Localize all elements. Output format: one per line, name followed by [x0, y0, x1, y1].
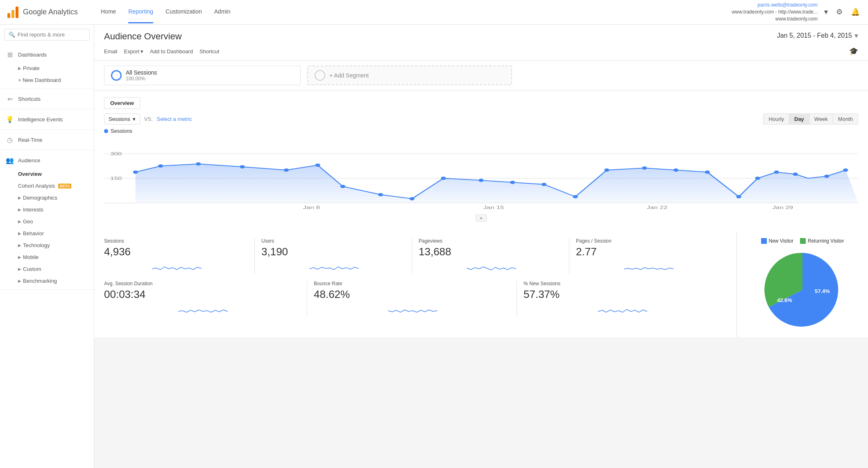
svg-text:Jan 29: Jan 29: [773, 205, 793, 210]
sidebar-item-dashboards[interactable]: ⊞ Dashboards: [0, 47, 94, 62]
svg-point-21: [573, 195, 578, 198]
svg-point-8: [133, 170, 138, 174]
sidebar-dashboards-label: Dashboards: [18, 52, 47, 58]
metric-duration-value: 00:03:34: [104, 288, 302, 301]
svg-text:Jan 15: Jan 15: [483, 205, 504, 210]
svg-text:Jan 22: Jan 22: [647, 205, 668, 210]
sidebar-item-shortcuts[interactable]: ⇐ Shortcuts: [0, 91, 94, 107]
svg-text:300: 300: [110, 151, 122, 156]
export-dropdown-icon: ▾: [141, 48, 143, 55]
add-to-dashboard-button[interactable]: Add to Dashboard: [150, 47, 193, 56]
metric-new-sessions-value: 57.37%: [524, 288, 722, 301]
svg-point-26: [736, 195, 741, 198]
nav-customization[interactable]: Customization: [165, 1, 202, 23]
overview-tab[interactable]: Overview: [104, 97, 140, 109]
nav-admin[interactable]: Admin: [214, 1, 231, 23]
segment-info: All Sessions 100.00%: [126, 69, 157, 82]
nav-home[interactable]: Home: [101, 1, 116, 23]
sidebar-item-demographics[interactable]: ▶ Demographics: [0, 192, 94, 204]
user-domain1: www.tradeonly.com - http://www.trade...: [732, 9, 818, 16]
date-range[interactable]: Jan 5, 2015 - Feb 4, 2015 ▾: [777, 31, 858, 40]
chart-expand-button[interactable]: ▾: [476, 214, 487, 222]
metric-dropdown[interactable]: Sessions ▾: [104, 114, 140, 125]
svg-point-28: [774, 170, 779, 174]
segments-bar: All Sessions 100.00% + Add Segment: [94, 61, 868, 91]
user-email[interactable]: parris.wells@tradeonly.com: [732, 2, 818, 9]
metrics-section: Sessions 4,936 Users 3,190: [94, 232, 868, 337]
select-metric-link[interactable]: Select a metric: [157, 116, 192, 122]
search-input[interactable]: [18, 32, 85, 38]
sidebar-item-technology[interactable]: ▶ Technology: [0, 239, 94, 251]
search-icon: 🔍: [9, 32, 15, 38]
beta-badge: BETA: [58, 184, 71, 189]
notifications-button[interactable]: 🔔: [849, 6, 861, 18]
sidebar-item-interests[interactable]: ▶ Interests: [0, 204, 94, 216]
svg-point-19: [510, 181, 515, 184]
sidebar-item-private[interactable]: ▶ Private: [0, 62, 94, 74]
sidebar-intelligence-section: 💡 Intelligence Events: [0, 109, 94, 130]
sessions-legend-label: Sessions: [111, 128, 132, 134]
metric-selector: Sessions ▾ VS. Select a metric: [104, 114, 192, 125]
header-top: Audience Overview Jan 5, 2015 - Feb 4, 2…: [104, 31, 858, 42]
svg-point-24: [673, 168, 678, 172]
sidebar-item-audience[interactable]: 👥 Audience: [0, 153, 94, 168]
segment-circle: [111, 70, 122, 81]
metric-pages-per-session: Pages / Session 2.77: [576, 238, 727, 274]
chevron-behavior-icon: ▶: [18, 231, 21, 236]
account-dropdown-button[interactable]: ▾: [823, 6, 829, 18]
svg-point-15: [378, 193, 383, 196]
email-button[interactable]: Email: [104, 47, 118, 56]
metric-sessions-value: 4,936: [104, 245, 249, 258]
segment-percent: 100.00%: [126, 76, 157, 82]
sidebar-item-mobile[interactable]: ▶ Mobile: [0, 251, 94, 263]
chevron-demographics-icon: ▶: [18, 195, 21, 200]
pie-legend-returning-visitor: Returning Visitor: [800, 238, 844, 244]
svg-point-9: [158, 164, 163, 168]
sidebar-item-overview[interactable]: Overview: [0, 168, 94, 180]
metrics-grid-top: Sessions 4,936 Users 3,190: [104, 238, 727, 274]
help-icon[interactable]: 🎓: [849, 47, 858, 56]
google-analytics-icon: [7, 6, 20, 19]
export-button[interactable]: Export ▾: [124, 47, 144, 56]
add-segment-button[interactable]: + Add Segment: [307, 66, 512, 85]
date-range-dropdown-icon[interactable]: ▾: [854, 31, 858, 40]
chevron-technology-icon: ▶: [18, 243, 21, 248]
pie-chart-svg: 57.4% 42.6%: [761, 249, 843, 331]
sidebar-item-intelligence[interactable]: 💡 Intelligence Events: [0, 112, 94, 127]
svg-point-22: [604, 168, 609, 172]
sidebar-item-geo[interactable]: ▶ Geo: [0, 216, 94, 227]
add-segment-circle: [315, 70, 325, 81]
time-btn-month[interactable]: Month: [833, 114, 858, 125]
cohort-label: Cohort Analysis: [18, 183, 55, 189]
sidebar-item-new-dashboard[interactable]: + New Dashboard: [0, 74, 94, 86]
returning-visitor-legend-icon: [800, 238, 806, 244]
vs-label: VS.: [144, 116, 153, 122]
time-btn-hourly[interactable]: Hourly: [763, 114, 789, 125]
metric-pageviews-name: Pageviews: [419, 238, 564, 244]
chevron-interests-icon: ▶: [18, 207, 21, 212]
svg-point-27: [755, 177, 760, 180]
svg-point-12: [284, 168, 289, 172]
sidebar-audience-section: 👥 Audience Overview Cohort Analysis BETA…: [0, 150, 94, 290]
content-header: Audience Overview Jan 5, 2015 - Feb 4, 2…: [94, 25, 868, 61]
new-visitor-legend-label: New Visitor: [769, 238, 793, 244]
sidebar-item-benchmarking[interactable]: ▶ Benchmarking: [0, 275, 94, 287]
sidebar-item-realtime[interactable]: ◷ Real-Time: [0, 132, 94, 148]
metric-users-name: Users: [261, 238, 407, 244]
sidebar-item-cohort[interactable]: Cohort Analysis BETA: [0, 180, 94, 192]
sidebar-item-behavior[interactable]: ▶ Behavior: [0, 227, 94, 239]
nav-reporting[interactable]: Reporting: [128, 1, 153, 23]
sidebar-realtime-section: ◷ Real-Time: [0, 130, 94, 150]
nav-right-area: parris.wells@tradeonly.com www.tradeonly…: [732, 2, 861, 22]
settings-button[interactable]: ⚙: [834, 6, 844, 18]
chart-container: 300 150: [104, 137, 858, 211]
shortcut-button[interactable]: Shortcut: [199, 47, 219, 56]
svg-point-29: [793, 173, 798, 176]
svg-point-11: [240, 165, 245, 168]
svg-point-14: [340, 185, 345, 188]
time-btn-week[interactable]: Week: [809, 114, 833, 125]
all-sessions-segment[interactable]: All Sessions 100.00%: [104, 66, 301, 85]
svg-rect-0: [7, 13, 10, 18]
sidebar-item-custom[interactable]: ▶ Custom: [0, 263, 94, 275]
time-btn-day[interactable]: Day: [789, 114, 809, 125]
